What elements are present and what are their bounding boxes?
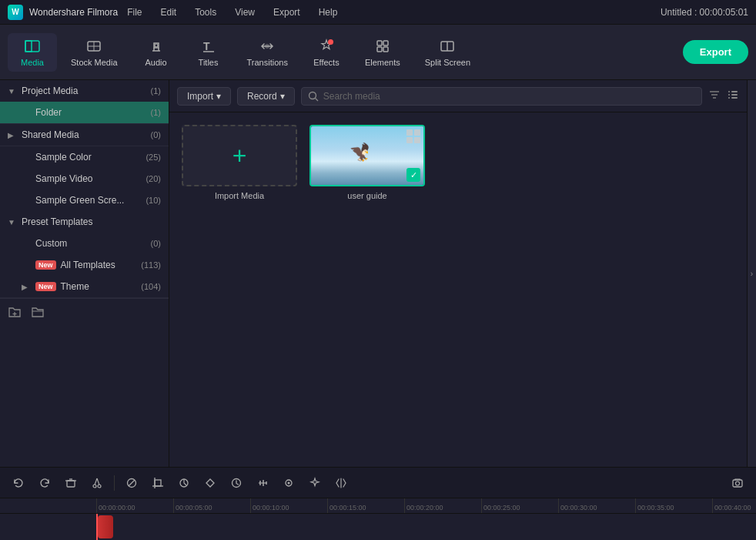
redo-button[interactable] — [34, 472, 55, 494]
sidebar-item-shared-media[interactable]: ▶ Shared Media (0) — [0, 124, 169, 146]
sidebar-project-media-label: Project Media — [22, 86, 146, 96]
user-guide-media-item[interactable]: 🦅 ✓ user guide — [309, 125, 425, 200]
svg-rect-49 — [733, 480, 742, 487]
ruler-mark-6: 00:00:30:00 — [558, 498, 635, 513]
elements-icon — [374, 38, 391, 55]
right-handle-arrow-icon: › — [751, 270, 753, 278]
timeline-playhead — [96, 514, 98, 540]
toolbar-audio-label: Audio — [145, 58, 166, 67]
transitions-icon — [259, 38, 276, 55]
open-folder-icon[interactable] — [31, 305, 45, 322]
svg-line-36 — [129, 480, 135, 486]
toolbar-split-screen[interactable]: Split Screen — [414, 33, 481, 72]
plus-icon: + — [232, 143, 247, 168]
sidebar-item-sample-video[interactable]: Sample Video (20) — [0, 168, 169, 190]
ai-enhance-button[interactable] — [304, 472, 326, 494]
toolbar-effects[interactable]: Effects — [302, 33, 351, 72]
crop-button[interactable] — [147, 472, 169, 494]
toolbar-transitions[interactable]: Transitions — [236, 33, 299, 72]
content-toolbar: Import ▾ Record ▾ — [169, 80, 747, 112]
sidebar-project-media-count: (1) — [151, 86, 161, 96]
ruler-mark-1: 00:00:05:00 — [173, 498, 250, 513]
record-button[interactable]: Record ▾ — [237, 87, 295, 106]
cut-button[interactable] — [86, 472, 108, 494]
svg-rect-9 — [377, 41, 382, 45]
content-area: Import ▾ Record ▾ — [169, 80, 747, 467]
media-grid: + Import Media 🦅 — [169, 112, 747, 467]
sidebar-item-custom[interactable]: Custom (0) — [0, 233, 169, 254]
record-dropdown-icon: ▾ — [280, 91, 285, 102]
toolbar-stock-media[interactable]: Stock Media — [60, 33, 129, 72]
audio-mix-button[interactable] — [252, 472, 273, 494]
sidebar-item-project-media[interactable]: ▼ Project Media (1) — [0, 80, 169, 102]
keyframe-button[interactable] — [199, 472, 221, 494]
sidebar-item-theme[interactable]: ▶ New Theme (104) — [0, 276, 169, 297]
split-screen-icon — [439, 38, 456, 55]
toolbar-transitions-label: Transitions — [247, 58, 288, 67]
import-thumb[interactable]: + — [182, 125, 297, 186]
menu-help[interactable]: Help — [316, 5, 341, 19]
import-media-item[interactable]: + Import Media — [182, 125, 297, 200]
svg-point-31 — [93, 485, 96, 488]
preset-templates-section: ▼ Preset Templates Custom (0) New All Te… — [0, 211, 169, 298]
sidebar-shared-media-label: Shared Media — [22, 129, 146, 140]
export-button[interactable]: Export — [683, 40, 748, 64]
color-button[interactable] — [173, 472, 195, 494]
new-folder-icon[interactable] — [8, 305, 22, 322]
menu-export[interactable]: Export — [270, 5, 303, 19]
toolbar-audio[interactable]: Audio — [132, 33, 181, 72]
svg-point-24 — [728, 97, 730, 99]
right-panel-handle[interactable]: › — [747, 80, 756, 467]
stabilize-button[interactable] — [278, 472, 299, 494]
toolbar-elements[interactable]: Elements — [354, 33, 411, 72]
menu-file[interactable]: File — [124, 5, 145, 19]
sidebar-all-templates-label: All Templates — [61, 260, 137, 270]
new-badge-all-templates: New — [35, 260, 56, 270]
dropdown-arrow-icon: ▾ — [216, 91, 221, 102]
sidebar-item-folder[interactable]: Folder (1) — [0, 102, 169, 123]
filter-icon[interactable] — [708, 89, 721, 103]
app-logo: W — [8, 5, 23, 20]
search-input[interactable] — [323, 91, 695, 102]
toolbar-media[interactable]: Media — [8, 33, 57, 72]
import-button[interactable]: Import ▾ — [177, 87, 231, 106]
menu-view[interactable]: View — [232, 5, 258, 19]
mirror-button[interactable] — [330, 472, 352, 494]
toolbar-split-screen-label: Split Screen — [425, 58, 470, 67]
svg-rect-28 — [67, 481, 75, 487]
tl-separator-1 — [114, 475, 115, 491]
search-icon — [308, 91, 319, 102]
import-media-label: Import Media — [215, 191, 264, 200]
sidebar-item-sample-color[interactable]: Sample Color (25) — [0, 146, 169, 168]
undo-button[interactable] — [8, 472, 29, 494]
sidebar-theme-label: Theme — [61, 281, 137, 292]
speed-button[interactable] — [226, 472, 247, 494]
sidebar-custom-count: (0) — [151, 239, 161, 248]
sidebar-item-all-templates[interactable]: New All Templates (113) — [0, 254, 169, 276]
toolbar-elements-label: Elements — [365, 58, 400, 67]
toolbar-titles[interactable]: T Titles — [184, 33, 233, 72]
timeline-ruler: 00:00:00:00 00:00:05:00 00:00:10:00 00:0… — [0, 498, 756, 514]
timeline-toolbar — [0, 468, 756, 498]
toolbar-effects-label: Effects — [313, 58, 339, 67]
chevron-down-icon: ▼ — [8, 87, 17, 96]
snapshot-button[interactable] — [727, 472, 748, 494]
sidebar-item-preset-templates[interactable]: ▼ Preset Templates — [0, 211, 169, 233]
menu-edit[interactable]: Edit — [158, 5, 180, 19]
svg-line-34 — [97, 478, 99, 485]
svg-line-33 — [95, 478, 97, 485]
svg-marker-41 — [206, 479, 214, 487]
main-toolbar: Media Stock Media Audio T — [0, 25, 756, 80]
theme-arrow: ▶ — [22, 283, 31, 291]
track-clip[interactable] — [98, 515, 113, 538]
toolbar-media-label: Media — [21, 58, 44, 67]
grid-view-icon[interactable] — [727, 89, 739, 103]
sidebar-sample-green-screen-label: Sample Green Scre... — [35, 195, 141, 206]
sidebar-item-sample-green-screen[interactable]: Sample Green Scre... (10) — [0, 190, 169, 211]
svg-rect-0 — [25, 41, 39, 52]
menu-tools[interactable]: Tools — [192, 5, 219, 19]
delete-button[interactable] — [60, 472, 82, 494]
disable-button[interactable] — [121, 472, 142, 494]
media-icon — [24, 38, 41, 55]
svg-rect-25 — [731, 91, 738, 92]
